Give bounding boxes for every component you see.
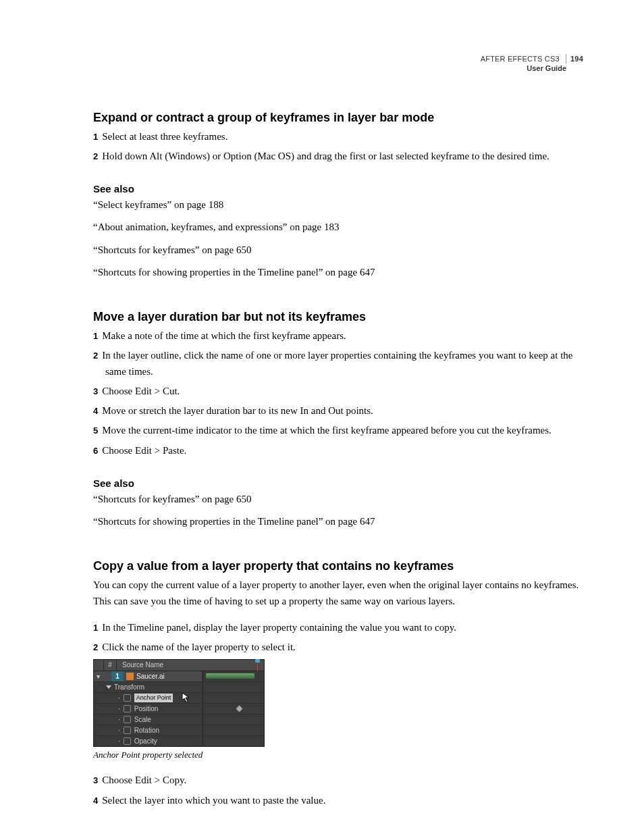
layer-color-swatch: [126, 673, 134, 680]
stopwatch-icon: [124, 694, 131, 702]
layer-name: Saucer.ai: [136, 673, 165, 680]
s2-step-1: 1Make a note of the time at which the fi…: [93, 328, 585, 344]
property-row-position: · Position: [94, 704, 264, 714]
section2-heading: Move a layer duration bar but not its ke…: [93, 310, 585, 324]
xref-link[interactable]: “Select keyframes” on page 188: [93, 197, 585, 213]
bullet-icon: ·: [118, 737, 120, 745]
stopwatch-icon: [124, 727, 131, 734]
property-label: Opacity: [134, 737, 157, 745]
seealso-heading: See also: [93, 183, 585, 194]
layer-row: ▾ 1 Saucer.ai: [94, 671, 264, 682]
s1-step-2: 2Hold down Alt (Windows) or Option (Mac …: [93, 149, 585, 164]
keyframe-diamond-icon: [236, 706, 243, 712]
xref-link[interactable]: “About animation, keyframes, and express…: [93, 219, 585, 235]
stopwatch-icon: [124, 705, 131, 712]
doc-subtitle: User Guide: [93, 63, 583, 73]
bullet-icon: ·: [118, 716, 120, 723]
property-row-scale: · Scale: [94, 714, 264, 725]
stopwatch-icon: [124, 737, 131, 745]
s2-step-2: 2In the layer outline, click the name of…: [93, 348, 585, 380]
s2-seealso: See also “Shortcuts for keyframes” on pa…: [93, 477, 585, 530]
product-name: AFTER EFFECTS CS3: [481, 55, 560, 63]
property-label: Rotation: [134, 727, 159, 734]
section3-heading: Copy a value from a layer property that …: [93, 559, 585, 573]
timeline-columns-header: # Source Name: [94, 660, 264, 671]
s2-step-6: 6Choose Edit > Paste.: [93, 443, 585, 459]
twirl-icon: [106, 685, 111, 689]
bullet-icon: ·: [118, 727, 120, 734]
s1-step-1: 1Select at least three keyframes.: [93, 129, 585, 145]
s3-step-4: 4Select the layer into which you want to…: [93, 793, 585, 808]
s3-step-1: 1In the Timeline panel, display the laye…: [93, 620, 585, 635]
property-label: Scale: [134, 716, 151, 723]
running-header: AFTER EFFECTS CS3 194 User Guide: [93, 54, 585, 74]
s1-seealso: See also “Select keyframes” on page 188 …: [93, 183, 585, 280]
layer-number: 1: [111, 671, 124, 681]
s3-step-3: 3Choose Edit > Copy.: [93, 773, 585, 788]
s2-step-4: 4Move or stretch the layer duration bar …: [93, 403, 585, 419]
s3-intro: You can copy the current value of a laye…: [93, 577, 585, 609]
col-source-name: Source Name: [117, 660, 264, 671]
section1-heading: Expand or contract a group of keyframes …: [93, 111, 585, 125]
timeline-panel-figure: # Source Name ▾ 1 Saucer.ai Transform · …: [93, 659, 265, 747]
xref-link[interactable]: “Shortcuts for keyframes” on page 650: [93, 242, 585, 258]
col-hash: #: [104, 660, 117, 671]
s2-step-3: 3Choose Edit > Cut.: [93, 384, 585, 399]
selected-property-label: Anchor Point: [134, 694, 173, 702]
stopwatch-icon: [124, 716, 131, 723]
xref-link[interactable]: “Shortcuts for showing properties in the…: [93, 514, 585, 529]
seealso-heading: See also: [93, 477, 585, 489]
property-row-rotation: · Rotation: [94, 725, 264, 736]
page-content: AFTER EFFECTS CS3 194 User Guide Expand …: [0, 0, 644, 834]
twirl-icon: ▾: [94, 673, 102, 680]
s3-step-2: 2Click the name of the layer property to…: [93, 640, 585, 655]
page-number: 194: [566, 54, 583, 63]
bullet-icon: ·: [118, 694, 120, 702]
property-label: Position: [134, 705, 159, 712]
s2-step-5: 5Move the current-time indicator to the …: [93, 423, 585, 438]
layer-duration-bar: [206, 673, 254, 679]
bullet-icon: ·: [118, 705, 120, 712]
transform-group-row: Transform: [94, 682, 264, 693]
property-row-anchor-point: · Anchor Point: [94, 693, 264, 704]
property-row-opacity: · Opacity: [94, 736, 264, 746]
figure-caption: Anchor Point property selected: [93, 750, 585, 760]
xref-link[interactable]: “Shortcuts for showing properties in the…: [93, 265, 585, 280]
xref-link[interactable]: “Shortcuts for keyframes” on page 650: [93, 492, 585, 507]
